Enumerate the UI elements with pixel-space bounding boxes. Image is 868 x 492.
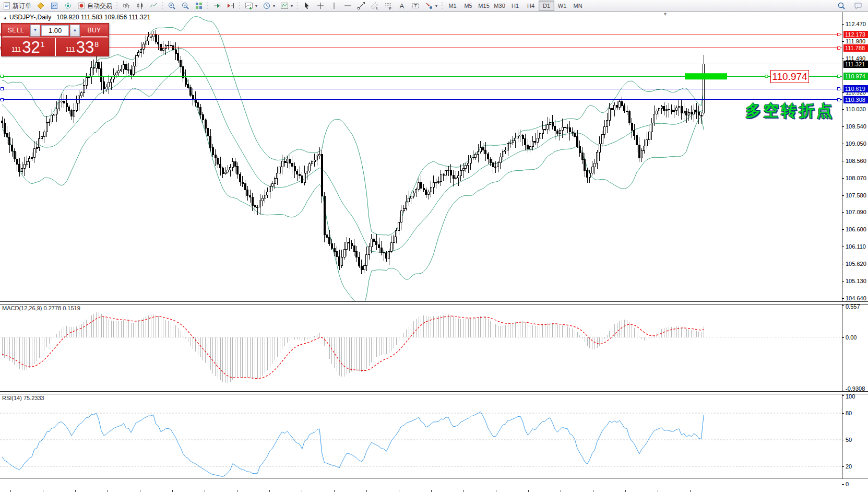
toolbar-equidistant-channel-button[interactable]: E <box>368 0 382 11</box>
panel-separator[interactable] <box>0 391 868 394</box>
reports-icon <box>50 2 58 10</box>
macd-tick <box>842 337 844 338</box>
date-tick <box>237 490 237 492</box>
toolbar-periods-button[interactable]: ▾ <box>260 0 278 11</box>
toolbar-search-button[interactable] <box>835 0 848 11</box>
toolbar-templates-button[interactable]: ▾ <box>278 0 295 11</box>
green-highlight-bar[interactable] <box>685 73 727 79</box>
price-badge: 111.788 <box>843 44 868 52</box>
date-tick <box>366 490 367 492</box>
chevron-down-icon: ▾ <box>255 4 257 8</box>
label-icon: T <box>411 2 420 10</box>
toolbar-bar-chart-button[interactable] <box>120 0 133 11</box>
timeframe-w1-button[interactable]: W1 <box>554 1 570 11</box>
volume-decrease-button[interactable]: ▼ <box>30 25 40 37</box>
toolbar-zoom-out-button[interactable] <box>179 0 192 11</box>
toolbar-text-label-button[interactable]: T <box>409 0 422 11</box>
toolbar-vertical-line-button[interactable] <box>327 0 341 11</box>
macd-tick <box>842 305 844 306</box>
buy-price-button[interactable]: 111 33 8 <box>56 38 109 56</box>
price-tick <box>842 281 844 282</box>
buy-price-prefix: 111 <box>65 46 75 53</box>
toolbar-horizontal-line-button[interactable] <box>341 0 354 11</box>
timeframe-m15-button[interactable]: M15 <box>476 1 492 11</box>
toolbar-crosshair-button[interactable] <box>314 0 327 11</box>
volume-increase-button[interactable]: ▲ <box>70 25 80 37</box>
price-tick <box>842 58 844 59</box>
periods-icon <box>263 2 271 10</box>
bollinger-bands <box>2 17 704 302</box>
timeframe-d1-button[interactable]: D1 <box>539 1 554 11</box>
rsi-indicator-panel[interactable] <box>0 393 842 478</box>
toolbar-separator <box>115 1 119 10</box>
toolbar-reports-button[interactable] <box>47 0 61 11</box>
date-tick <box>658 490 658 492</box>
toolbar-arrows-button[interactable]: ▾ <box>422 0 440 11</box>
chinese-note-text[interactable]: 多空转折点 <box>745 100 834 122</box>
buy-price-big: 33 <box>76 40 94 55</box>
toolbar-chat-button[interactable] <box>851 0 865 11</box>
panel-separator[interactable] <box>0 301 868 304</box>
date-tick <box>108 490 108 492</box>
timeframe-m1-button[interactable]: M1 <box>445 1 460 11</box>
toolbar-fibonacci-button[interactable]: F <box>382 0 395 11</box>
svg-text:F: F <box>389 7 391 10</box>
collapse-panel-icon[interactable]: ▲ <box>3 16 7 20</box>
price-tick-label: 105.620 <box>846 261 866 267</box>
rsi-tick-label: 50 <box>846 437 852 443</box>
price-tick-label: 108.560 <box>846 158 866 164</box>
sell-button[interactable]: SELL <box>3 25 29 37</box>
rsi-tick <box>842 395 844 396</box>
date-tick <box>205 490 205 492</box>
indicators-icon <box>245 2 253 10</box>
svg-text:A: A <box>400 2 405 10</box>
price-tick-label: 107.090 <box>846 209 866 215</box>
buy-button[interactable]: BUY <box>81 25 108 37</box>
arrows-icon <box>425 2 433 10</box>
timeframe-mn-button[interactable]: MN <box>570 1 586 11</box>
zoom-out-icon <box>181 2 189 10</box>
price-tick <box>842 229 844 230</box>
macd-indicator-panel[interactable] <box>0 303 842 392</box>
price-tick <box>842 195 844 196</box>
toolbar-line-chart-button[interactable] <box>147 0 160 11</box>
price-tick-label: 106.110 <box>846 243 866 250</box>
timeframe-h1-button[interactable]: H1 <box>507 1 523 11</box>
bar-chart-icon <box>122 2 130 10</box>
toolbar-indicators-button[interactable]: ▾ <box>242 0 260 11</box>
deposit-icon <box>37 2 45 10</box>
toolbar-autotrade-label: 自动交易 <box>87 2 112 10</box>
date-tick <box>269 490 270 492</box>
toolbar-chart-shift-button[interactable] <box>224 0 237 11</box>
toolbar-new-order-button[interactable]: 新订单 <box>0 0 34 11</box>
toolbar-text-button[interactable]: A <box>395 0 409 11</box>
price-tick <box>842 24 844 25</box>
panel-separator[interactable] <box>0 478 868 478</box>
timeframe-m30-button[interactable]: M30 <box>492 1 507 11</box>
price-tick <box>842 41 844 42</box>
sell-price-button[interactable]: 111 32 1 <box>2 38 56 56</box>
toolbar-trendline-button[interactable] <box>354 0 368 11</box>
volume-input[interactable]: 1.00 <box>41 25 69 36</box>
toolbar-tile-windows-button[interactable] <box>192 0 206 11</box>
date-tick <box>528 490 529 492</box>
timeframe-h4-button[interactable]: H4 <box>523 1 539 11</box>
toolbar-zoom-in-button[interactable] <box>165 0 179 11</box>
candle-chart-icon <box>136 2 144 10</box>
main-price-chart[interactable] <box>0 11 842 302</box>
hline-icon <box>343 2 352 10</box>
chart-window[interactable]: 112.470111.980111.490110.520110.030109.5… <box>0 11 868 492</box>
timeframe-m5-button[interactable]: M5 <box>460 1 476 11</box>
toolbar-deposit-button[interactable] <box>34 0 47 11</box>
toolbar-autotrade-button[interactable]: 自动交易 <box>75 0 115 11</box>
toolbar-cursor-button[interactable] <box>300 0 314 11</box>
price-label-object[interactable]: 110.974 <box>770 70 809 83</box>
price-tick-label: 104.640 <box>846 295 866 301</box>
toolbar-signals-button[interactable] <box>61 0 75 11</box>
toolbar-candle-chart-button[interactable] <box>133 0 147 11</box>
date-tick <box>561 490 561 492</box>
buy-price-sup: 8 <box>94 40 99 49</box>
price-tick <box>842 126 844 127</box>
toolbar-auto-scroll-button[interactable] <box>210 0 224 11</box>
price-badge: 112.173 <box>843 31 868 38</box>
